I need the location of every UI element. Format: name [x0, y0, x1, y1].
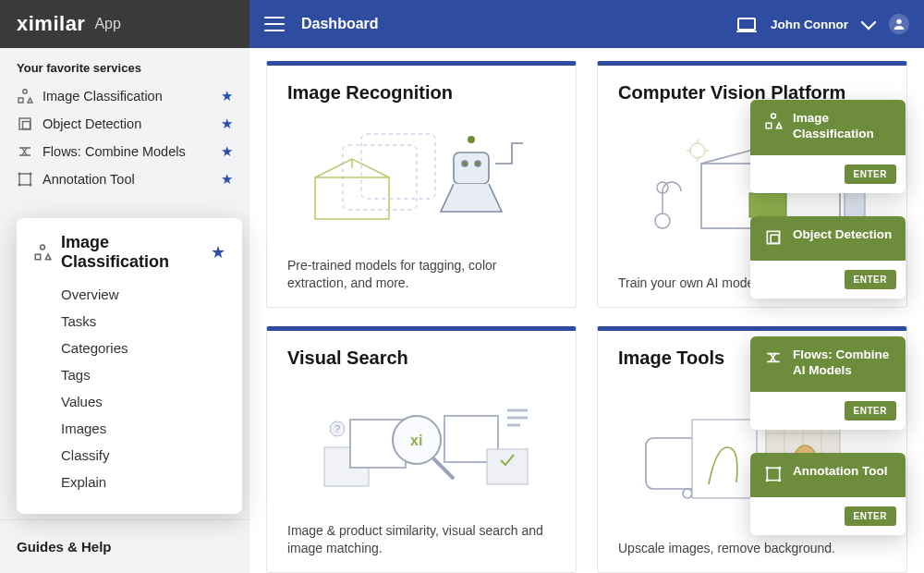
service-card-image-classification[interactable]: Image Classification ENTER: [750, 100, 906, 193]
popup-item-images[interactable]: Images: [33, 415, 225, 442]
detection-icon: [17, 116, 33, 132]
svg-point-9: [896, 19, 901, 24]
card-illustration: [287, 115, 555, 250]
svg-point-16: [468, 136, 475, 143]
enter-button[interactable]: ENTER: [845, 165, 896, 184]
star-icon[interactable]: ★: [221, 143, 233, 160]
popup-item-classify[interactable]: Classify: [33, 442, 225, 469]
submenu-popup: Image Classification ★ Overview Tasks Ca…: [17, 218, 242, 514]
card-title: Visual Search: [287, 347, 555, 369]
card-visual-search[interactable]: Visual Search xi ? Image: [266, 326, 577, 573]
favorites-header: Your favorite services: [0, 48, 249, 82]
service-card-annotation-tool[interactable]: Annotation Tool ENTER: [750, 453, 906, 535]
star-icon[interactable]: ★: [221, 116, 233, 132]
sidebar-item-flows[interactable]: Flows: Combine Models ★: [9, 138, 240, 165]
classification-icon: [33, 243, 52, 262]
popup-item-overview[interactable]: Overview: [33, 281, 225, 308]
user-name[interactable]: John Connor: [771, 18, 848, 31]
popup-title: Image Classification: [61, 233, 201, 272]
sidebar-item-object-detection[interactable]: Object Detection ★: [9, 110, 240, 138]
menu-icon[interactable]: [264, 17, 285, 31]
service-card-object-detection[interactable]: Object Detection ENTER: [750, 216, 906, 299]
svg-rect-26: [487, 449, 528, 484]
popup-item-tags[interactable]: Tags: [33, 361, 225, 388]
enter-button[interactable]: ENTER: [845, 506, 896, 526]
star-icon[interactable]: ★: [221, 171, 233, 188]
favorites-list: Image Classification ★ Object Detection …: [0, 82, 249, 202]
topbar: Dashboard John Connor: [249, 0, 924, 48]
popup-item-categories[interactable]: Categories: [33, 335, 225, 361]
service-card-label: Annotation Tool: [793, 464, 887, 480]
guides-help-link[interactable]: Guides & Help: [0, 519, 249, 573]
service-card-label: Image Classification: [793, 111, 893, 142]
star-icon[interactable]: ★: [211, 242, 225, 262]
svg-rect-20: [749, 193, 786, 217]
svg-text:?: ?: [334, 423, 340, 434]
svg-text:xi: xi: [410, 433, 422, 448]
page-title: Dashboard: [301, 16, 379, 32]
classification-icon: [17, 88, 33, 104]
svg-point-22: [690, 143, 705, 158]
service-card-label: Object Detection: [793, 227, 892, 243]
annotation-icon: [17, 171, 33, 188]
annotation-icon: [763, 464, 784, 484]
chevron-down-icon[interactable]: [861, 15, 877, 30]
card-image-recognition[interactable]: Image Recognition: [266, 61, 577, 308]
svg-point-14: [462, 161, 468, 166]
card-desc: Pre-trained models for tagging, color ex…: [287, 257, 555, 292]
profile-icon[interactable]: [889, 14, 909, 34]
popup-item-explain[interactable]: Explain: [33, 469, 225, 495]
svg-rect-33: [692, 420, 757, 498]
svg-point-17: [655, 213, 670, 228]
detection-icon: [763, 227, 784, 248]
sidebar-item-annotation-tool[interactable]: Annotation Tool ★: [9, 165, 240, 193]
sidebar-item-label: Annotation Tool: [43, 172, 212, 187]
svg-rect-13: [454, 152, 489, 184]
classification-icon: [763, 111, 784, 131]
service-card-label: Flows: Combine AI Models: [793, 347, 893, 379]
popup-items: Overview Tasks Categories Tags Values Im…: [33, 281, 225, 495]
svg-rect-12: [361, 134, 435, 199]
service-card-flows[interactable]: Flows: Combine AI Models ENTER: [750, 336, 906, 430]
brand-logo: ximilar: [17, 12, 85, 36]
star-icon[interactable]: ★: [221, 88, 233, 104]
brand-suffix: App: [94, 16, 120, 32]
sidebar-item-label: Image Classification: [43, 89, 212, 104]
svg-point-32: [683, 489, 692, 498]
flows-icon: [17, 143, 33, 160]
sidebar-item-label: Object Detection: [43, 116, 212, 131]
device-icon[interactable]: [737, 18, 756, 30]
sidebar-item-image-classification[interactable]: Image Classification ★: [9, 82, 240, 110]
card-illustration: xi ?: [287, 380, 555, 515]
flows-icon: [763, 347, 784, 368]
sidebar-item-label: Flows: Combine Models: [43, 144, 212, 159]
card-title: Image Recognition: [287, 82, 555, 104]
brand-bar: ximilar App: [0, 0, 249, 48]
enter-button[interactable]: ENTER: [845, 401, 896, 421]
card-desc: Upscale images, remove background.: [618, 540, 886, 557]
enter-button[interactable]: ENTER: [845, 270, 896, 289]
card-desc: Image & product similarity, visual searc…: [287, 522, 555, 557]
svg-point-15: [475, 161, 480, 166]
popup-item-tasks[interactable]: Tasks: [33, 308, 225, 335]
popup-item-values[interactable]: Values: [33, 388, 225, 415]
